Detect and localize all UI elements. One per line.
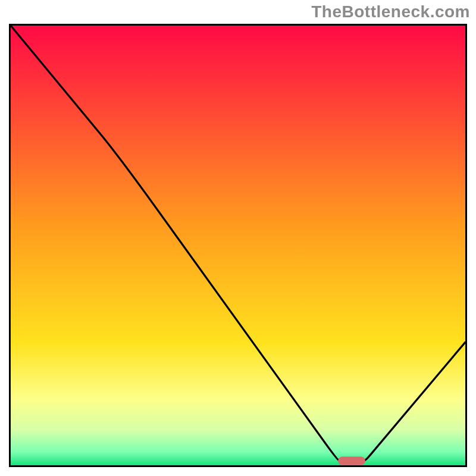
chart-svg [9,24,467,467]
chart-stage: TheBottleneck.com [0,0,476,476]
watermark-text: TheBottleneck.com [311,2,470,21]
plot-area [9,24,467,467]
sweet-spot-marker [338,457,365,465]
gradient-rect [11,26,465,465]
